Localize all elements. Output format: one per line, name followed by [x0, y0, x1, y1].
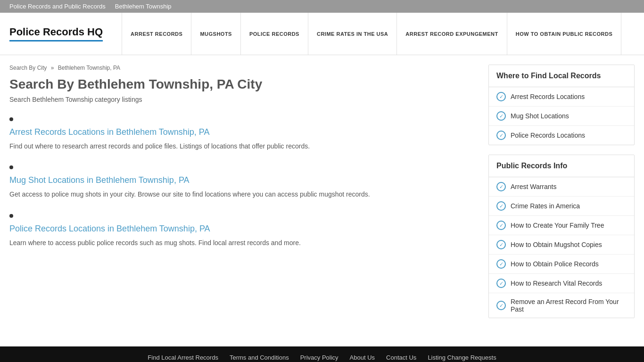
- footer-link-contact[interactable]: Contact Us: [386, 354, 416, 361]
- breadcrumb-parent[interactable]: Search By City: [9, 65, 47, 71]
- sidebar-link-arrest-warrants[interactable]: Arrest Warrants: [511, 183, 557, 190]
- check-icon: ✓: [496, 221, 506, 230]
- footer-link-privacy[interactable]: Privacy Policy: [300, 354, 339, 361]
- logo[interactable]: Police Records HQ: [9, 26, 103, 41]
- check-icon: ✓: [496, 92, 506, 101]
- sidebar-link-police-records[interactable]: How to Obtain Police Records: [511, 260, 599, 268]
- page-subtitle: Search Bethlehem Township category listi…: [9, 96, 474, 103]
- page-title: Search By Bethlehem Township, PA City: [9, 77, 474, 92]
- sidebar-link-crime-rates[interactable]: Crime Rates in America: [511, 202, 580, 210]
- sidebar-link-remove-arrest[interactable]: Remove an Arrest Record From Your Past: [511, 298, 627, 313]
- nav-arrest-records[interactable]: ARREST RECORDS: [122, 13, 191, 55]
- list-item: ✓ Police Records Locations: [489, 126, 634, 145]
- list-item: ✓ Mug Shot Locations: [489, 107, 634, 126]
- check-icon: ✓: [496, 301, 506, 310]
- sidebar-box-public-records-info: Public Records Info ✓ Arrest Warrants ✓ …: [488, 155, 635, 318]
- footer-links: Find Local Arrest Records Terms and Cond…: [9, 354, 635, 361]
- list-item: ✓ How to Create Your Family Tree: [489, 216, 634, 235]
- sidebar-link-mugshot-copies[interactable]: How to Obtain Mugshot Copies: [511, 241, 602, 248]
- check-icon: ✓: [496, 131, 506, 140]
- nav-obtain-records[interactable]: HOW TO OBTAIN PUBLIC RECORDS: [507, 13, 621, 55]
- list-item: ✓ How to Research Vital Records: [489, 274, 634, 293]
- section-police-records-heading: Police Records Locations in Bethlehem To…: [9, 224, 474, 234]
- section-police-records: Police Records Locations in Bethlehem To…: [9, 224, 474, 248]
- sidebar-public-records-list: ✓ Arrest Warrants ✓ Crime Rates in Ameri…: [489, 177, 634, 318]
- check-icon: ✓: [496, 201, 506, 211]
- main-nav: ARREST RECORDS MUGSHOTS POLICE RECORDS C…: [122, 13, 635, 55]
- list-item: ✓ Crime Rates in America: [489, 197, 634, 216]
- check-icon: ✓: [496, 279, 506, 288]
- nav-police-records[interactable]: POLICE RECORDS: [241, 13, 308, 55]
- sidebar-link-vital-records[interactable]: How to Research Vital Records: [511, 280, 602, 287]
- sidebar-link-arrest-locations[interactable]: Arrest Records Locations: [511, 93, 585, 100]
- section-arrest-records-body: Find out where to research arrest record…: [9, 141, 474, 151]
- section-arrest-records: Arrest Records Locations in Bethlehem To…: [9, 127, 474, 151]
- check-icon: ✓: [496, 182, 506, 191]
- footer-link-about[interactable]: About Us: [350, 354, 375, 361]
- topbar-link-bethlehem[interactable]: Bethlehem Township: [115, 3, 172, 10]
- list-item: ✓ How to Obtain Mugshot Copies: [489, 235, 634, 255]
- topbar-link-police-records[interactable]: Police Records and Public Records: [9, 3, 106, 10]
- footer-link-terms[interactable]: Terms and Conditions: [230, 354, 289, 361]
- top-bar: Police Records and Public Records Bethle…: [0, 0, 644, 13]
- section-police-records-body: Learn where to access public police reco…: [9, 238, 474, 248]
- check-icon: ✓: [496, 240, 506, 249]
- check-icon: ✓: [496, 111, 506, 121]
- section-mug-shots: Mug Shot Locations in Bethlehem Township…: [9, 175, 474, 199]
- section-mug-shots-body: Get access to police mug shots in your c…: [9, 189, 474, 199]
- nav-crime-rates[interactable]: CRIME RATES IN THE USA: [308, 13, 397, 55]
- sidebar-link-police-locations[interactable]: Police Records Locations: [511, 132, 585, 139]
- footer: Find Local Arrest Records Terms and Cond…: [0, 346, 644, 362]
- sidebar-link-mug-shot-locations[interactable]: Mug Shot Locations: [511, 112, 569, 120]
- breadcrumb-separator: »: [51, 65, 54, 71]
- section-arrest-records-heading: Arrest Records Locations in Bethlehem To…: [9, 127, 474, 137]
- section-mug-shots-heading: Mug Shot Locations in Bethlehem Township…: [9, 175, 474, 185]
- footer-link-listing[interactable]: Listing Change Requests: [428, 354, 496, 361]
- list-item: ✓ Remove an Arrest Record From Your Past: [489, 293, 634, 318]
- list-item: ✓ How to Obtain Police Records: [489, 255, 634, 274]
- footer-link-find-arrest[interactable]: Find Local Arrest Records: [148, 354, 218, 361]
- sidebar-box-local-records: Where to Find Local Records ✓ Arrest Rec…: [488, 65, 635, 145]
- sidebar-box-public-records-title: Public Records Info: [489, 155, 634, 177]
- sidebar-local-records-list: ✓ Arrest Records Locations ✓ Mug Shot Lo…: [489, 87, 634, 145]
- breadcrumb: Search By City » Bethlehem Township, PA: [9, 65, 474, 71]
- bullet-3: [9, 209, 474, 224]
- sidebar-link-family-tree[interactable]: How to Create Your Family Tree: [511, 222, 604, 229]
- breadcrumb-current: Bethlehem Township, PA: [58, 65, 120, 71]
- bullet-1: [9, 113, 474, 127]
- list-item: ✓ Arrest Warrants: [489, 177, 634, 197]
- nav-mugshots[interactable]: MUGSHOTS: [191, 13, 241, 55]
- sidebar-box-local-records-title: Where to Find Local Records: [489, 65, 634, 87]
- check-icon: ✓: [496, 259, 506, 269]
- sidebar: Where to Find Local Records ✓ Arrest Rec…: [488, 65, 635, 328]
- main-container: Search By City » Bethlehem Township, PA …: [0, 55, 644, 346]
- content-area: Search By City » Bethlehem Township, PA …: [9, 65, 474, 328]
- list-item: ✓ Arrest Records Locations: [489, 87, 634, 107]
- header: Police Records HQ ARREST RECORDS MUGSHOT…: [0, 13, 644, 55]
- bullet-2: [9, 161, 474, 175]
- nav-expungement[interactable]: ARREST RECORD EXPUNGEMENT: [397, 13, 507, 55]
